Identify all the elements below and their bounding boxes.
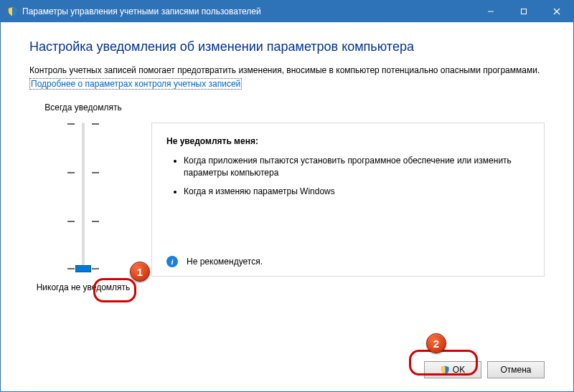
slider-tick xyxy=(67,123,75,125)
slider-rail xyxy=(83,123,85,271)
slider-tick xyxy=(92,221,99,222)
uac-settings-window: Параметры управления учетными записями п… xyxy=(0,0,574,392)
slider-tick xyxy=(92,172,99,173)
minimize-button[interactable] xyxy=(474,1,507,22)
info-footer: i Не рекомендуется. xyxy=(166,256,263,267)
cancel-button[interactable]: Отмена xyxy=(487,361,545,378)
slider-thumb[interactable] xyxy=(75,265,91,272)
shield-icon xyxy=(6,6,18,17)
info-panel-title: Не уведомлять меня: xyxy=(166,136,530,146)
learn-more-link[interactable]: Подробнее о параметрах контроля учетных … xyxy=(29,78,242,90)
page-heading: Настройка уведомления об изменении парам… xyxy=(29,39,545,54)
slider-column: Всегда уведомлять Никогда не уведомлять xyxy=(29,102,137,292)
window-title: Параметры управления учетными записями п… xyxy=(22,6,474,16)
slider-area: Всегда уведомлять Никогда не уведомлять xyxy=(29,102,545,292)
ok-button-label: OK xyxy=(453,365,465,375)
slider-bottom-label: Никогда не уведомлять xyxy=(37,282,131,292)
info-footer-text: Не рекомендуется. xyxy=(187,257,263,267)
uac-slider[interactable] xyxy=(62,120,105,274)
slider-tick xyxy=(92,123,99,125)
button-row: OK Отмена xyxy=(418,361,545,378)
info-list-item: Когда я изменяю параметры Windows xyxy=(184,186,530,198)
slider-top-label: Всегда уведомлять xyxy=(44,102,121,113)
info-list: Когда приложения пытаются установить про… xyxy=(166,155,530,198)
svg-rect-1 xyxy=(522,9,527,14)
page-description: Контроль учетных записей помогает предот… xyxy=(29,64,545,77)
shield-icon xyxy=(441,365,450,375)
cancel-button-label: Отмена xyxy=(500,365,531,375)
slider-tick xyxy=(67,172,75,173)
maximize-button[interactable] xyxy=(507,1,540,22)
info-list-item: Когда приложения пытаются установить про… xyxy=(184,155,530,179)
ok-button[interactable]: OK xyxy=(424,361,481,378)
slider-tick xyxy=(67,221,75,222)
content-area: Настройка уведомления об изменении парам… xyxy=(1,22,573,391)
info-panel: Не уведомлять меня: Когда приложения пыт… xyxy=(151,123,545,277)
titlebar: Параметры управления учетными записями п… xyxy=(1,1,573,22)
window-controls xyxy=(474,1,573,22)
close-button[interactable] xyxy=(540,1,573,22)
slider-tick xyxy=(92,268,99,269)
slider-tick xyxy=(67,268,75,269)
info-icon: i xyxy=(166,256,178,267)
